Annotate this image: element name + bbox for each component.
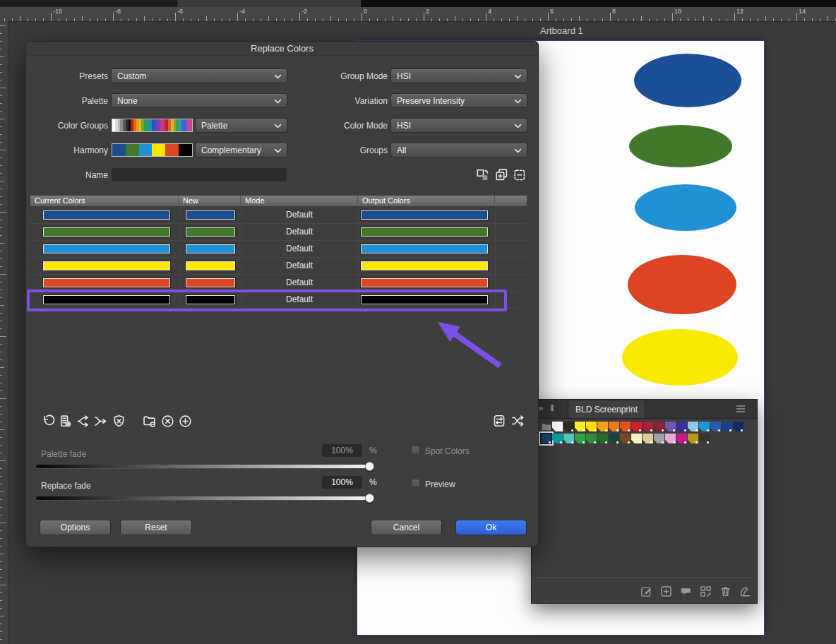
harmony-select[interactable]: Complementary: [196, 143, 287, 157]
panel-menu-icon[interactable]: [735, 403, 747, 415]
duplicate-remove-icon[interactable]: [512, 167, 527, 182]
swap-colors-icon[interactable]: [475, 167, 490, 182]
mode-value[interactable]: Default: [241, 227, 358, 237]
document-tab[interactable]: [0, 0, 177, 7]
output-color-swatch[interactable]: [361, 244, 488, 254]
output-color-swatch[interactable]: [361, 278, 488, 287]
color-swatch[interactable]: [654, 422, 664, 431]
color-swatch[interactable]: [586, 434, 597, 443]
remove-all-icon[interactable]: [160, 414, 175, 429]
table-row[interactable]: Default: [30, 241, 527, 258]
table-row[interactable]: Default: [30, 292, 527, 309]
harmony-strip[interactable]: [112, 143, 193, 157]
color-groups-select[interactable]: Palette: [196, 119, 287, 132]
mode-value[interactable]: Default: [241, 294, 358, 304]
palette-select[interactable]: None: [112, 94, 287, 107]
palette-folder-icon[interactable]: [541, 422, 551, 431]
mode-value[interactable]: Default: [241, 278, 358, 287]
add-swatch-group-icon[interactable]: [679, 585, 693, 598]
blue-ellipse[interactable]: [635, 184, 736, 231]
add-color-icon[interactable]: [178, 414, 193, 429]
red-ellipse[interactable]: [628, 255, 736, 314]
color-swatch[interactable]: [563, 422, 574, 431]
color-swatch[interactable]: [609, 434, 619, 443]
duplicate-add-icon[interactable]: [494, 167, 509, 182]
color-swatch[interactable]: [643, 434, 653, 443]
new-color-swatch[interactable]: [186, 227, 235, 237]
table-row[interactable]: Default: [30, 258, 527, 275]
merge-icon[interactable]: [93, 414, 108, 429]
palette-fade-slider-thumb[interactable]: [365, 462, 374, 471]
color-swatch[interactable]: [699, 422, 710, 431]
color-swatch[interactable]: [575, 434, 585, 443]
color-swatch[interactable]: [540, 433, 552, 444]
new-color-swatch[interactable]: [186, 295, 235, 304]
new-color-group-icon[interactable]: [699, 585, 712, 598]
color-swatch[interactable]: [631, 434, 642, 443]
palette-fade-slider[interactable]: [36, 465, 370, 468]
color-swatch[interactable]: [552, 422, 563, 431]
color-swatch[interactable]: [722, 422, 732, 431]
color-swatch[interactable]: [575, 422, 585, 431]
shield-clear-icon[interactable]: [112, 414, 126, 429]
reset-button[interactable]: Reset: [121, 520, 191, 535]
color-swatch[interactable]: [597, 434, 608, 443]
color-swatch[interactable]: [676, 434, 687, 443]
folder-remove-icon[interactable]: [142, 414, 157, 429]
edit-swatch-icon[interactable]: [640, 585, 653, 598]
new-color-swatch[interactable]: [186, 261, 235, 270]
panel-tab[interactable]: BLD Screenprint: [568, 400, 645, 418]
options-button[interactable]: Options: [40, 520, 110, 535]
color-swatch[interactable]: [643, 422, 653, 431]
color-swatch[interactable]: [688, 434, 698, 443]
color-swatch[interactable]: [710, 422, 721, 431]
ok-button[interactable]: Ok: [456, 520, 526, 535]
output-color-swatch[interactable]: [361, 227, 488, 237]
reset-icon[interactable]: [41, 414, 56, 429]
name-input[interactable]: [112, 168, 287, 181]
mode-value[interactable]: Default: [241, 210, 358, 220]
current-color-swatch[interactable]: [43, 244, 170, 254]
cancel-button[interactable]: Cancel: [371, 520, 441, 535]
current-color-swatch[interactable]: [43, 227, 170, 237]
split-icon[interactable]: [76, 414, 91, 429]
replace-fade-value[interactable]: 100%: [322, 476, 362, 489]
table-row[interactable]: Default: [30, 224, 527, 241]
palette-sync-icon[interactable]: [58, 414, 73, 429]
output-color-swatch[interactable]: [361, 295, 488, 304]
color-swatch[interactable]: [620, 434, 631, 443]
group-mode-select[interactable]: HSI: [391, 69, 527, 83]
mode-value[interactable]: Default: [241, 261, 358, 270]
color-swatch[interactable]: [665, 422, 676, 431]
new-color-swatch[interactable]: [186, 210, 235, 220]
color-swatch[interactable]: [733, 422, 744, 431]
current-color-swatch[interactable]: [43, 210, 170, 220]
mode-value[interactable]: Default: [241, 244, 358, 254]
table-row[interactable]: Default: [30, 207, 527, 224]
groups-select[interactable]: All: [391, 143, 527, 157]
palette-fade-value[interactable]: 100%: [322, 444, 362, 457]
replace-fade-slider-thumb[interactable]: [365, 494, 374, 503]
new-color-swatch[interactable]: [186, 244, 235, 254]
panel-collapse-icon[interactable]: »: [538, 402, 543, 413]
delete-swatch-icon[interactable]: [719, 585, 732, 598]
color-swatch[interactable]: [665, 434, 676, 443]
color-groups-strip[interactable]: [112, 119, 193, 132]
current-color-swatch[interactable]: [43, 295, 170, 304]
color-swatch[interactable]: [586, 422, 597, 431]
color-swatch[interactable]: [609, 422, 619, 431]
new-color-swatch[interactable]: [186, 278, 235, 287]
color-swatch[interactable]: [552, 434, 563, 443]
active-document-tab[interactable]: [177, 0, 361, 7]
output-color-swatch[interactable]: [361, 261, 488, 270]
presets-select[interactable]: Custom: [112, 69, 287, 83]
filter-icon[interactable]: [492, 414, 506, 428]
replace-fade-slider[interactable]: [36, 496, 370, 500]
spot-colors-checkbox[interactable]: [411, 446, 420, 455]
output-color-swatch[interactable]: [361, 210, 488, 220]
add-swatch-icon[interactable]: [659, 585, 673, 598]
shuffle-icon[interactable]: [510, 414, 525, 428]
color-swatch[interactable]: [676, 422, 687, 431]
green-ellipse[interactable]: [629, 125, 732, 167]
color-swatch[interactable]: [563, 434, 574, 443]
